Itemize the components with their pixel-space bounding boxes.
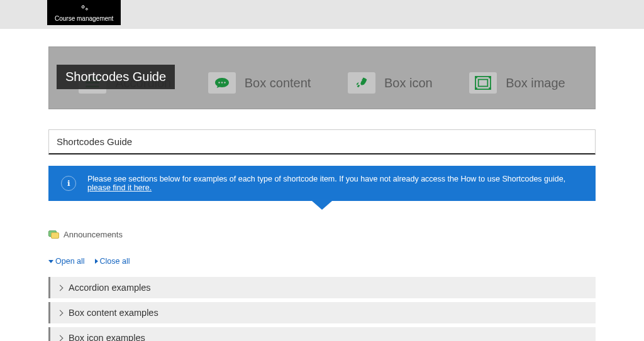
announcements-link[interactable]: Announcements [48, 230, 596, 239]
info-link[interactable]: please find it here. [87, 183, 152, 192]
section-title: Box icon examples [69, 333, 145, 341]
hero-item-box-image[interactable]: Box image [469, 72, 565, 94]
comment-icon [208, 72, 236, 94]
svg-rect-7 [479, 80, 488, 87]
hero-item-label: Box icon [384, 76, 433, 90]
page-title: Shortcodes Guide [48, 129, 596, 154]
gears-icon [79, 4, 89, 14]
svg-rect-9 [489, 76, 491, 78]
hero-item-box-icon[interactable]: Box icon [348, 72, 433, 94]
section-title: Box content examples [69, 308, 158, 318]
svg-rect-6 [475, 77, 491, 89]
info-banner: ℹ Please see sections below for examples… [48, 166, 596, 201]
course-management-button[interactable]: Course management [47, 0, 121, 25]
hero-item-label: Box image [506, 76, 565, 90]
chevron-right-icon [57, 310, 64, 316]
announcements-label: Announcements [64, 230, 123, 239]
section-row-accordion[interactable]: Accordion examples [48, 277, 596, 298]
topbar: Course management [0, 0, 644, 29]
section-row-box-content[interactable]: Box content examples [48, 302, 596, 323]
image-icon [469, 72, 497, 94]
hero-banner: Shortcodes Guide Accordion Box content B… [48, 46, 596, 109]
open-all-button[interactable]: Open all [48, 257, 85, 266]
rocket-icon [348, 72, 375, 94]
svg-rect-10 [475, 87, 477, 90]
svg-point-3 [218, 82, 219, 83]
course-management-label: Course management [55, 15, 113, 22]
chevron-right-icon [57, 335, 64, 341]
section-title: Accordion examples [69, 283, 151, 293]
chevron-right-icon [57, 284, 64, 291]
main-content: Shortcodes Guide Accordion Box content B… [48, 29, 596, 341]
open-all-label: Open all [55, 257, 85, 266]
info-text: Please see sections below for examples o… [87, 175, 583, 192]
caret-right-icon [95, 259, 98, 264]
close-all-button[interactable]: Close all [95, 257, 130, 266]
forum-icon [48, 230, 60, 239]
hero-item-label: Box content [245, 76, 311, 90]
info-text-body: Please see sections below for examples o… [87, 175, 565, 183]
close-all-label: Close all [100, 257, 130, 266]
sections-list: Accordion examples Box content examples … [48, 277, 596, 341]
svg-point-4 [221, 82, 223, 83]
info-icon: ℹ [61, 176, 76, 191]
expand-controls: Open all Close all [48, 257, 596, 266]
caret-down-icon [48, 260, 53, 263]
section-row-box-icon[interactable]: Box icon examples [48, 327, 596, 341]
hero-title: Shortcodes Guide [57, 65, 175, 89]
svg-rect-11 [489, 87, 491, 90]
hero-item-box-content[interactable]: Box content [208, 72, 311, 94]
svg-rect-8 [475, 76, 477, 78]
svg-point-5 [224, 82, 225, 83]
